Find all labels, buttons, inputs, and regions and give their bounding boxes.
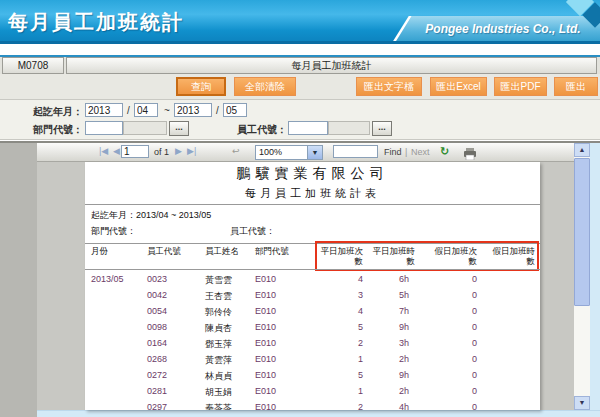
cell-holiday-count: 0: [431, 402, 477, 410]
emp-code-input[interactable]: [288, 121, 328, 135]
page-number-input[interactable]: [121, 145, 149, 158]
col-header-code: 員工代號: [147, 246, 202, 256]
query-button[interactable]: 查詢: [176, 77, 226, 96]
cell-employee-code: 0098: [147, 322, 202, 332]
cell-holiday-count: 0: [431, 274, 477, 284]
highlight-red-box: [315, 241, 539, 271]
chevron-down-icon[interactable]: ▼: [307, 146, 322, 159]
cell-weekday-hours: 4h: [369, 402, 409, 410]
cell-employee-code: 0281: [147, 386, 202, 396]
filter-panel: 起訖年月： / ~ / 部門代號： ... 員工代號： ...: [0, 99, 600, 140]
clear-all-button[interactable]: 全部清除: [234, 77, 296, 96]
table-row: 0054 郭伶伶 E010 4 7h 0: [85, 304, 540, 320]
table-header-rule: [85, 269, 540, 270]
cell-holiday-count: 0: [431, 338, 477, 348]
export-text-button[interactable]: 匯出文字檔: [356, 77, 422, 96]
table-row: 0042 王杏雲 E010 3 5h 0: [85, 288, 540, 304]
zoom-value: 100%: [259, 147, 282, 157]
cell-dept-code: E010: [255, 338, 310, 348]
right-margin: [590, 143, 600, 417]
report-dept-label: 部門代號：: [91, 225, 136, 238]
next-page-icon[interactable]: ▶: [175, 146, 182, 156]
cell-weekday-count: 4: [317, 274, 363, 284]
start-month-input[interactable]: [134, 103, 158, 117]
cell-dept-code: E010: [255, 370, 310, 380]
cell-dept-code: E010: [255, 322, 310, 332]
export-word-button[interactable]: 匯出Word: [554, 77, 598, 96]
report-viewer: |◀ ◀ of 1 ▶ ▶| ↩ 100% ▼ Find | Next ↻ 鵬驥…: [37, 143, 590, 410]
cell-dept-code: E010: [255, 290, 310, 300]
date-range-label: 起訖年月：: [33, 105, 83, 119]
parent-report-icon[interactable]: ↩: [232, 146, 240, 156]
cell-weekday-hours: 9h: [369, 322, 409, 332]
scroll-down-icon[interactable]: ▼: [574, 396, 590, 410]
cell-weekday-count: 4: [317, 306, 363, 316]
cell-dept-code: E010: [255, 274, 310, 284]
dept-name-display: [123, 121, 167, 135]
bottom-margin: [37, 410, 600, 417]
cell-holiday-count: 0: [431, 386, 477, 396]
report-range-text: 起訖年月：2013/04 ~ 2013/05: [91, 209, 211, 222]
emp-browse-button[interactable]: ...: [372, 121, 392, 136]
end-month-input[interactable]: [223, 103, 247, 117]
cell-holiday-count: 0: [431, 290, 477, 300]
prev-page-icon[interactable]: ◀: [113, 146, 120, 156]
module-code: M0708: [2, 57, 64, 74]
slash-glyph: /: [127, 105, 130, 116]
emp-code-label: 員工代號：: [237, 123, 287, 137]
pipe-glyph: |: [405, 147, 407, 157]
cell-holiday-count: 0: [431, 370, 477, 380]
dept-code-input[interactable]: [85, 121, 123, 135]
page-title: 每月員工加班統計: [8, 9, 184, 36]
scrollbar-thumb[interactable]: [574, 158, 590, 306]
last-page-icon[interactable]: ▶|: [187, 146, 196, 156]
dept-code-label: 部門代號：: [33, 123, 83, 137]
start-year-input[interactable]: [85, 103, 123, 117]
cell-weekday-count: 5: [317, 322, 363, 332]
cell-holiday-count: 0: [431, 354, 477, 364]
find-link[interactable]: Find: [384, 147, 402, 157]
left-gutter: [0, 143, 37, 417]
col-header-dept: 部門代號: [255, 246, 310, 256]
viewer-toolbar: |◀ ◀ of 1 ▶ ▶| ↩ 100% ▼ Find | Next ↻: [37, 143, 590, 162]
vertical-scrollbar[interactable]: ▲ ▼: [574, 143, 590, 410]
page-count-label: of 1: [154, 147, 169, 157]
action-toolbar: 查詢 全部清除 匯出文字檔 匯出Excel 匯出PDF 匯出Word: [0, 74, 600, 99]
cell-weekday-count: 1: [317, 386, 363, 396]
cell-weekday-hours: 2h: [369, 354, 409, 364]
export-pdf-button[interactable]: 匯出PDF: [494, 77, 547, 96]
cell-holiday-count: 0: [431, 322, 477, 332]
report-emp-label: 員工代號：: [230, 225, 275, 238]
report-company-name: 鵬驥實業有限公司: [85, 165, 540, 183]
zoom-select[interactable]: 100% ▼: [255, 145, 323, 160]
table-row: 0164 鄧玉萍 E010 2 3h 0: [85, 336, 540, 352]
cell-dept-code: E010: [255, 386, 310, 396]
end-year-input[interactable]: [174, 103, 212, 117]
report-table-body: 2013/05 0023 黃雪雲 E010 4 6h 0 0042 王杏雲 E0…: [85, 272, 540, 410]
tab-report-title[interactable]: 每月員工加班統計: [66, 57, 597, 74]
refresh-icon[interactable]: ↻: [440, 145, 449, 158]
table-row: 0098 陳貞杏 E010 5 9h 0: [85, 320, 540, 336]
find-text-input[interactable]: [333, 145, 378, 158]
cell-employee-code: 0164: [147, 338, 202, 348]
first-page-icon[interactable]: |◀: [99, 146, 108, 156]
cell-weekday-count: 5: [317, 370, 363, 380]
cell-weekday-hours: 2h: [369, 386, 409, 396]
table-row: 0272 林貞貞 E010 5 9h 0: [85, 368, 540, 384]
cell-dept-code: E010: [255, 354, 310, 364]
report-rule: [85, 204, 540, 205]
cell-weekday-hours: 9h: [369, 370, 409, 380]
table-row: 2013/05 0023 黃雪雲 E010 4 6h 0: [85, 272, 540, 288]
cell-employee-code: 0042: [147, 290, 202, 300]
cell-dept-code: E010: [255, 402, 310, 410]
tab-bar: M0708 每月員工加班統計: [0, 57, 600, 74]
cell-weekday-hours: 7h: [369, 306, 409, 316]
dept-browse-button[interactable]: ...: [169, 121, 189, 136]
find-next-link[interactable]: Next: [411, 147, 430, 157]
app-banner: 每月員工加班統計 Pongee Industries Co., Ltd.: [0, 0, 600, 44]
scroll-up-icon[interactable]: ▲: [574, 143, 590, 157]
report-page: 鵬驥實業有限公司 每月員工加班統計表 起訖年月：2013/04 ~ 2013/0…: [85, 162, 540, 410]
cell-holiday-count: 0: [431, 306, 477, 316]
cell-weekday-count: 2: [317, 402, 363, 410]
export-excel-button[interactable]: 匯出Excel: [430, 77, 487, 96]
